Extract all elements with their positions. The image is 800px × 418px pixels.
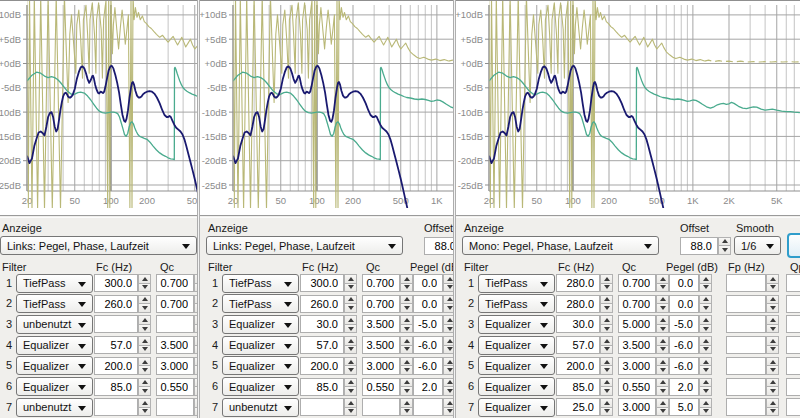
qc-spinner-up-button[interactable] <box>656 315 669 325</box>
display-select[interactable]: Links: Pegel, Phase, Laufzeit <box>0 236 197 255</box>
qc-spinner-down-button[interactable] <box>656 325 669 334</box>
qc-field[interactable] <box>362 274 400 292</box>
qc-field[interactable] <box>362 315 400 333</box>
fc-spinner-down-button[interactable] <box>138 346 151 355</box>
pegel-spinner-down-button[interactable] <box>699 325 712 334</box>
fp-field[interactable] <box>726 378 766 396</box>
fc-spinner-up-button[interactable] <box>138 336 151 346</box>
pegel-spinner-down-button[interactable] <box>443 346 453 355</box>
pegel-spinner-up-button[interactable] <box>443 357 453 367</box>
fp-spinner-down-button[interactable] <box>766 387 779 396</box>
frequency-response-chart[interactable]: +10dB+5dB+0dB-5dB-10dB-15dB-20dB-25dB205… <box>456 1 800 215</box>
filter-type-select[interactable]: unbenutzt <box>222 398 299 417</box>
fc-spinner-down-button[interactable] <box>344 284 357 293</box>
offset-spinner-up-button[interactable] <box>718 237 731 247</box>
qc-spinner-down-button[interactable] <box>400 387 413 396</box>
qp-field[interactable] <box>786 357 800 375</box>
display-select[interactable]: Mono: Pegel, Phase, Laufzeit <box>462 236 659 255</box>
fc-spinner-up-button[interactable] <box>344 378 357 388</box>
fc-spinner-down-button[interactable] <box>344 346 357 355</box>
pegel-spinner-up-button[interactable] <box>699 295 712 305</box>
fc-field[interactable] <box>94 378 138 396</box>
qc-field[interactable] <box>618 398 656 416</box>
qp-field[interactable] <box>786 398 800 416</box>
fc-field[interactable] <box>94 398 138 416</box>
frequency-response-chart[interactable]: +10dB+5dB+0dB-5dB-10dB-15dB-20dB-25dB205… <box>200 1 453 215</box>
qc-field[interactable] <box>618 357 656 375</box>
fc-field[interactable] <box>556 315 600 333</box>
fp-spinner-up-button[interactable] <box>766 398 779 408</box>
qc-field[interactable] <box>156 336 194 354</box>
fp-spinner-down-button[interactable] <box>766 284 779 293</box>
pegel-spinner-up-button[interactable] <box>699 357 712 367</box>
fc-spinner-down-button[interactable] <box>600 304 613 313</box>
pegel-spinner-down-button[interactable] <box>443 284 453 293</box>
fc-spinner-up-button[interactable] <box>138 357 151 367</box>
pegel-spinner-down-button[interactable] <box>443 408 453 417</box>
pegel-spinner-up-button[interactable] <box>699 336 712 346</box>
fp-spinner-up-button[interactable] <box>766 357 779 367</box>
offset-spinner-down-button[interactable] <box>718 246 731 255</box>
fp-field[interactable] <box>726 357 766 375</box>
fp-field[interactable] <box>726 336 766 354</box>
qc-spinner-down-button[interactable] <box>400 284 413 293</box>
pegel-spinner-down-button[interactable] <box>699 387 712 396</box>
qc-spinner-up-button[interactable] <box>400 295 413 305</box>
qp-field[interactable] <box>786 295 800 313</box>
fc-field[interactable] <box>300 336 344 354</box>
fc-field[interactable] <box>556 295 600 313</box>
qc-field[interactable] <box>362 378 400 396</box>
qc-spinner-up-button[interactable] <box>656 378 669 388</box>
qc-field[interactable] <box>156 398 194 416</box>
fc-spinner-down-button[interactable] <box>138 284 151 293</box>
qc-spinner-up-button[interactable] <box>400 315 413 325</box>
qc-field[interactable] <box>362 398 400 416</box>
pegel-field[interactable] <box>669 378 699 396</box>
qc-field[interactable] <box>362 357 400 375</box>
pegel-field[interactable] <box>413 295 443 313</box>
qp-field[interactable] <box>786 274 800 292</box>
offset-field[interactable] <box>680 237 718 255</box>
fc-field[interactable] <box>300 357 344 375</box>
fc-field[interactable] <box>94 357 138 375</box>
fc-field[interactable] <box>94 274 138 292</box>
fc-spinner-down-button[interactable] <box>138 408 151 417</box>
pegel-spinner-up-button[interactable] <box>443 398 453 408</box>
pegel-field[interactable] <box>413 336 443 354</box>
fc-spinner-down-button[interactable] <box>344 325 357 334</box>
qc-spinner-down-button[interactable] <box>656 408 669 417</box>
qc-spinner-down-button[interactable] <box>400 304 413 313</box>
highlighted-button[interactable] <box>787 233 800 258</box>
fc-spinner-up-button[interactable] <box>138 378 151 388</box>
fc-spinner-up-button[interactable] <box>600 336 613 346</box>
smooth-select[interactable]: 1/6 <box>734 236 781 255</box>
fc-spinner-down-button[interactable] <box>138 325 151 334</box>
fc-spinner-down-button[interactable] <box>344 304 357 313</box>
pegel-spinner-down-button[interactable] <box>443 325 453 334</box>
qc-spinner-up-button[interactable] <box>400 336 413 346</box>
pegel-field[interactable] <box>413 274 443 292</box>
fc-spinner-up-button[interactable] <box>344 315 357 325</box>
fc-field[interactable] <box>94 295 138 313</box>
fc-spinner-up-button[interactable] <box>600 398 613 408</box>
qc-field[interactable] <box>618 378 656 396</box>
fc-spinner-up-button[interactable] <box>600 295 613 305</box>
qc-spinner-up-button[interactable] <box>656 295 669 305</box>
pegel-spinner-down-button[interactable] <box>443 387 453 396</box>
filter-type-select[interactable]: Equalizer <box>16 377 93 396</box>
filter-type-select[interactable]: TiefPass <box>478 274 555 293</box>
fp-field[interactable] <box>726 315 766 333</box>
filter-type-select[interactable]: TiefPass <box>16 294 93 313</box>
qc-field[interactable] <box>156 274 194 292</box>
fc-field[interactable] <box>556 274 600 292</box>
fc-field[interactable] <box>94 315 138 333</box>
fc-field[interactable] <box>556 357 600 375</box>
fc-spinner-up-button[interactable] <box>344 336 357 346</box>
fp-spinner-up-button[interactable] <box>766 295 779 305</box>
qc-spinner-up-button[interactable] <box>400 398 413 408</box>
fp-spinner-down-button[interactable] <box>766 304 779 313</box>
qc-spinner-down-button[interactable] <box>656 387 669 396</box>
fc-spinner-down-button[interactable] <box>138 387 151 396</box>
pegel-field[interactable] <box>413 398 443 416</box>
fc-spinner-up-button[interactable] <box>600 274 613 284</box>
